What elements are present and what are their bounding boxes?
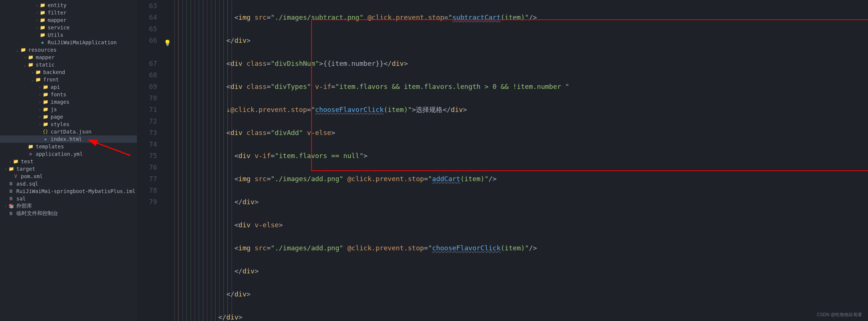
tree-item[interactable]: ⌄📁static [0,61,137,68]
line-number: 74 [137,138,157,150]
tree-item[interactable]: 📁Utils [0,31,137,39]
tree-item-label: entity [48,2,67,8]
tree-item[interactable]: Vpom.xml [0,173,137,180]
file-icon: 📁 [8,166,14,172]
chevron-icon: › [37,122,42,126]
file-icon: V [13,173,19,179]
file-icon: ◈ [42,136,48,142]
line-number-gutter: 6364656667686970717273747576777879 [137,0,161,321]
tree-item[interactable]: ›📁mapper [0,54,137,61]
line-number: 79 [137,196,157,208]
chevron-icon: › [3,204,8,208]
tree-item[interactable]: ›📁backend [0,68,137,76]
file-icon: 📁 [42,114,48,120]
line-number: 70 [137,92,157,104]
tree-item[interactable]: ›📁api [0,83,137,91]
file-icon: 📁 [28,54,33,60]
tree-item-label: backend [43,69,65,75]
tree-item[interactable]: ›📁filter [0,9,137,16]
chevron-icon: ⌄ [15,48,20,52]
tree-item[interactable]: ›📁images [0,98,137,106]
tree-item[interactable]: ◆RuiJiWaiMaiApplication [0,39,137,46]
chevron-icon: ⌄ [22,63,28,67]
tree-item-label: 临时文件和控制台 [16,210,58,217]
file-tree-sidebar[interactable]: ›📁entity›📁filter›📁mapper›📁service📁Utils◆… [0,0,137,321]
tree-item[interactable]: 🗎asd.sql [0,180,137,187]
file-icon: 📁 [28,144,33,150]
code-editor[interactable]: 6364656667686970717273747576777879 💡 <im… [137,0,868,321]
tree-item-label: mapper [36,54,55,60]
tree-item[interactable]: ›📁target [0,165,137,173]
lightbulb-icon[interactable]: 💡 [164,37,171,49]
tree-item-label: js [51,106,57,112]
tree-item[interactable]: ⌄📁front [0,76,137,83]
file-icon: ⚙ [28,151,33,157]
line-number: 78 [137,184,157,196]
tree-item[interactable]: ›📚外部库 [0,202,137,210]
line-number: 69 [137,81,157,92]
tree-item-label: mapper [48,17,67,23]
tree-item[interactable]: ›📁mapper [0,16,137,24]
tree-item[interactable]: ›📁service [0,24,137,31]
tree-item-label: page [51,114,63,120]
line-number: 72 [137,115,157,127]
file-icon: 📁 [20,47,26,53]
tree-item[interactable]: 📁templates [0,143,137,150]
line-number: 67 [137,58,157,69]
line-number [137,46,157,58]
tree-item-label: RuiJiWaiMaiApplication [48,39,117,45]
tree-item-label: cartData.json [51,129,92,135]
file-icon: 📁 [42,99,48,105]
file-icon: 📁 [28,62,33,68]
tree-item-label: service [48,25,70,31]
tree-item[interactable]: 🗎临时文件和控制台 [0,210,137,217]
chevron-icon: › [34,18,39,22]
tree-item-label: filter [48,10,67,16]
tree-item[interactable]: ›📁fonts [0,91,137,98]
tree-item-label: target [16,166,35,172]
file-icon: 🗎 [8,196,14,202]
line-number: 77 [137,173,157,184]
file-icon: {} [42,129,48,135]
tree-item[interactable]: ›📁test [0,158,137,165]
file-icon: 📁 [42,84,48,90]
watermark: CSDN @吃饱饱坏蜀黍 [817,312,862,318]
code-content[interactable]: <img src="./images/subtract.png" @click.… [174,0,569,321]
chevron-icon: › [7,160,13,164]
file-icon: 📁 [39,2,45,8]
chevron-icon: ⌄ [30,78,35,82]
file-icon: 🗎 [8,211,14,216]
tree-item[interactable]: ⚙application.yml [0,150,137,158]
chevron-icon: › [34,3,39,7]
tree-item[interactable]: ›📁page [0,113,137,121]
file-icon: 🗎 [8,181,14,187]
line-number: 71 [137,104,157,115]
tree-item[interactable]: ›📁entity [0,1,137,9]
chevron-icon: › [37,107,42,112]
chevron-icon: › [34,26,39,30]
tree-item[interactable]: 🗎sal [0,195,137,202]
file-icon: 📚 [8,203,14,209]
file-icon: 📁 [39,17,45,23]
tree-item-label: RuiJiWaiMai-springboot-MybatisPlus.iml [16,188,135,194]
chevron-icon: › [30,70,35,74]
tree-item-label: images [51,99,70,105]
tree-item-label: sal [16,196,26,202]
tree-item[interactable]: {}cartData.json [0,128,137,135]
tree-item-label: Utils [48,32,63,38]
tree-item-label: asd.sql [16,181,38,187]
file-icon: 📁 [35,77,41,83]
file-icon: ◆ [39,39,45,45]
file-icon: 🗎 [8,188,14,194]
line-number: 68 [137,69,157,81]
tree-item[interactable]: ◈index.html [0,135,137,143]
chevron-icon: › [37,115,42,119]
tree-item[interactable]: ›📁styles [0,121,137,128]
tree-item[interactable]: ›📁js [0,106,137,113]
tree-item[interactable]: 🗎RuiJiWaiMai-springboot-MybatisPlus.iml [0,187,137,195]
tree-item-label: api [51,84,60,90]
file-icon: 📁 [39,10,45,16]
chevron-icon: › [22,55,28,60]
file-icon: 📁 [39,32,45,38]
tree-item[interactable]: ⌄📁resources [0,46,137,54]
